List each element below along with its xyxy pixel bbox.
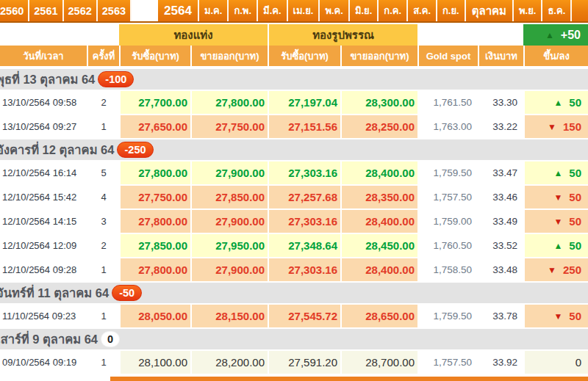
change-cell: ▲50	[523, 234, 588, 257]
jewelry-buy-price: 27,257.68	[268, 186, 340, 208]
gold-spot-value: 1,759.00	[417, 210, 478, 233]
baht-rate-value: 33.22	[478, 115, 523, 138]
row-round: 1	[87, 351, 119, 374]
row-datetime: 12/10/2564 09:28	[0, 258, 87, 281]
month-tab-ก.พ.[interactable]: ก.พ.	[229, 0, 258, 21]
month-tab-ธ.ค.[interactable]: ธ.ค.	[542, 0, 572, 21]
month-tab-ม.ค.[interactable]: ม.ค.	[199, 0, 229, 21]
jewelry-sell-price: 28,450.00	[340, 234, 417, 257]
column-header-round: ครั้งที่	[87, 46, 119, 66]
price-row: 13/10/2564 09:27127,650.0027,750.0027,15…	[0, 115, 588, 138]
column-header-baht: เงินบาท	[478, 46, 523, 66]
column-header-bar-sell: ขายออก(บาท)	[190, 46, 268, 66]
month-tab-เม.ย.[interactable]: เม.ย.	[288, 0, 320, 21]
row-round: 2	[87, 91, 119, 114]
month-tab-ส.ค.[interactable]: ส.ค.	[408, 0, 437, 21]
baht-rate-value: 33.92	[478, 351, 523, 374]
change-cell: ▲50	[523, 162, 588, 184]
baht-rate-value: 33.30	[478, 91, 523, 114]
price-row: 12/10/2564 14:15327,800.0027,900.0027,30…	[0, 210, 588, 233]
bar-sell-price: 27,900.00	[190, 258, 268, 281]
change-value: 50	[569, 310, 581, 322]
baht-rate-value: 33.48	[478, 258, 523, 281]
day-total-change-badge: -50	[112, 285, 142, 301]
down-arrow-icon: ▼	[548, 265, 556, 275]
row-datetime: 12/10/2564 15:42	[0, 186, 87, 208]
change-value: 50	[569, 96, 581, 109]
bar-sell-price: 27,900.00	[190, 210, 268, 233]
bar-sell-price: 27,900.00	[190, 162, 268, 184]
gold-bar-label: ทองแท่ง	[173, 26, 212, 44]
year-tab-2562[interactable]: 2562	[64, 0, 98, 21]
day-change-badge: ▲ +50	[523, 24, 588, 46]
month-tab-ก.ย.[interactable]: ก.ย.	[437, 0, 466, 21]
row-round: 2	[87, 234, 119, 257]
month-tab-พ.ย.[interactable]: พ.ย.	[514, 0, 542, 21]
bottom-orange-bar	[110, 377, 588, 381]
day-total-change-badge: -250	[117, 142, 153, 158]
bar-buy-price: 27,800.00	[119, 162, 190, 184]
year-tab-2560[interactable]: 2560	[0, 0, 29, 21]
bar-sell-price: 27,950.00	[190, 234, 268, 257]
day-total-change-badge: -100	[98, 71, 134, 87]
jewelry-sell-price: 28,400.00	[340, 258, 417, 281]
month-tab-มี.ค.[interactable]: มี.ค.	[258, 0, 288, 21]
month-tab-มิ.ย.[interactable]: มิ.ย.	[350, 0, 379, 21]
bar-sell-price: 28,200.00	[190, 351, 268, 374]
bar-buy-price: 27,650.00	[119, 115, 190, 138]
bar-buy-price: 27,800.00	[119, 210, 190, 233]
baht-rate-value: 33.52	[478, 234, 523, 257]
gold-spot-value: 1,758.50	[417, 258, 478, 281]
up-arrow-icon: ▲	[553, 168, 562, 178]
change-value: 0	[576, 356, 581, 369]
jewelry-buy-price: 27,545.72	[268, 305, 340, 327]
row-datetime: 12/10/2564 16:14	[0, 162, 87, 184]
year-month-nav: 25602561256225632564ม.ค.ก.พ.มี.ค.เม.ย.พ.…	[0, 0, 588, 23]
baht-rate-value: 33.47	[478, 162, 523, 184]
column-header-gold-spot: Gold spot	[417, 46, 478, 66]
bar-sell-price: 27,750.00	[190, 115, 268, 138]
row-round: 1	[87, 258, 119, 281]
date-group-header: จันทร์ที่ 11 ตุลาคม 64-50	[0, 283, 588, 303]
row-round: 4	[87, 186, 119, 208]
bar-buy-price: 27,700.00	[119, 91, 190, 114]
year-tab-2561[interactable]: 2561	[29, 0, 63, 21]
date-group-title: เสาร์ที่ 9 ตุลาคม 64	[0, 330, 98, 349]
gold-bar-header: ทองแท่ง	[119, 24, 268, 46]
change-value: 150	[563, 120, 581, 133]
year-tab-2563[interactable]: 2563	[98, 0, 132, 21]
jewelry-buy-price: 27,591.20	[268, 351, 340, 374]
column-header-date-time: วันที่/เวลา	[0, 46, 87, 66]
jewelry-buy-price: 27,303.16	[268, 210, 340, 233]
column-header-row: วันที่/เวลาครั้งที่รับซื้อ(บาท)ขายออก(บา…	[0, 46, 588, 66]
jewelry-buy-price: 27,303.16	[268, 162, 340, 184]
gold-jewelry-label: ทองรูปพรรณ	[312, 26, 374, 44]
month-tab-ก.ค.[interactable]: ก.ค.	[379, 0, 408, 21]
change-cell: ▼250	[523, 258, 588, 281]
row-datetime: 12/10/2564 14:15	[0, 210, 87, 233]
bar-sell-price: 27,850.00	[190, 186, 268, 208]
bar-buy-price: 28,050.00	[119, 305, 190, 327]
jewelry-sell-price: 28,300.00	[340, 91, 417, 114]
price-row: 12/10/2564 09:28127,800.0027,900.0027,30…	[0, 258, 588, 281]
price-row: 12/10/2564 12:09227,850.0027,950.0027,34…	[0, 234, 588, 257]
up-arrow-icon: ▲	[553, 241, 562, 251]
up-arrow-icon: ▲	[553, 98, 562, 108]
gold-spot-value: 1,763.00	[417, 115, 478, 138]
change-value: 50	[569, 191, 581, 203]
jewelry-sell-price: 28,400.00	[340, 210, 417, 233]
column-header-jewelry-sell: ขายออก(บาท)	[340, 46, 417, 66]
jewelry-buy-price: 27,151.56	[268, 115, 340, 138]
gold-spot-value: 1,757.50	[417, 351, 478, 374]
month-tab-พ.ค.[interactable]: พ.ค.	[320, 0, 350, 21]
down-arrow-icon: ▼	[553, 217, 562, 227]
change-cell: ▼50	[523, 210, 588, 233]
month-tab-selected[interactable]: ตุลาคม	[466, 0, 514, 21]
gold-spot-value: 1,757.50	[417, 186, 478, 208]
bar-sell-price: 27,800.00	[190, 91, 268, 114]
date-group-header: พุธที่ 13 ตุลาคม 64-100	[0, 69, 588, 90]
year-tab-selected[interactable]: 2564	[158, 0, 199, 21]
row-round: 1	[87, 305, 119, 327]
row-datetime: 09/10/2564 09:19	[0, 351, 87, 374]
column-header-up-down: ขึ้น/ลง	[523, 46, 588, 66]
